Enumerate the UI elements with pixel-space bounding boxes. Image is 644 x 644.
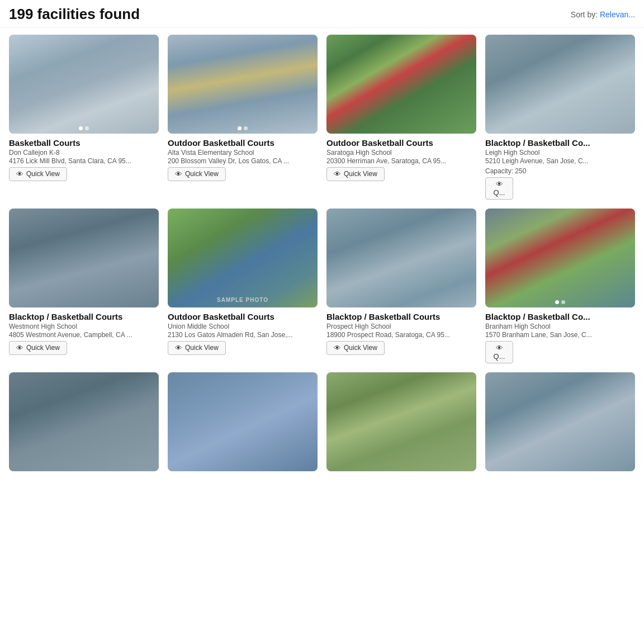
facility-address: 5210 Leigh Avenue, San Jose, C... — [485, 157, 635, 165]
facility-card: Outdoor Basketball CourtsAlta Vista Elem… — [163, 35, 322, 209]
quick-view-button[interactable]: 👁Quick View — [326, 167, 385, 181]
sort-relevance-link[interactable]: Relevan... — [600, 10, 635, 19]
eye-icon: 👁 Q... — [493, 180, 506, 197]
facility-card: SAMPLE PHOTOOutdoor Basketball CourtsUni… — [163, 209, 322, 372]
quick-view-label: Quick View — [26, 344, 60, 352]
sort-by-label: Sort by: Relevan... — [571, 10, 635, 19]
facility-card: Blacktop / Basketball Co...Branham High … — [481, 209, 640, 372]
facility-title: Outdoor Basketball Courts — [168, 138, 318, 148]
facility-title: Blacktop / Basketball Co... — [485, 312, 635, 321]
image-dots — [555, 300, 565, 304]
eye-icon: 👁 — [16, 344, 23, 352]
facility-school: Saratoga High School — [326, 149, 476, 157]
facility-address: 20300 Herriman Ave, Saratoga, CA 95... — [326, 157, 476, 165]
facility-title: Blacktop / Basketball Co... — [485, 138, 635, 148]
quick-view-button[interactable]: 👁Quick View — [168, 341, 226, 355]
facility-school: Westmont High School — [9, 323, 159, 330]
sample-photo-label: SAMPLE PHOTO — [217, 297, 268, 303]
facility-school: Prospect High School — [326, 323, 476, 330]
facility-title: Basketball Courts — [9, 138, 159, 148]
facility-card: Blacktop / Basketball Co...Leigh High Sc… — [481, 35, 640, 209]
facility-school: Leigh High School — [485, 149, 635, 157]
facility-address: 18900 Prospect Road, Saratoga, CA 95... — [326, 331, 476, 339]
facility-title: Blacktop / Basketball Courts — [326, 312, 476, 321]
facility-card — [481, 372, 640, 485]
dot-indicator — [561, 300, 565, 304]
facility-card: Blacktop / Basketball CourtsProspect Hig… — [322, 209, 481, 372]
facility-card: Blacktop / Basketball CourtsWestmont Hig… — [4, 209, 163, 372]
quick-view-label: Quick View — [26, 170, 60, 178]
facility-card — [4, 372, 163, 485]
facility-capacity: Capacity: 250 — [485, 167, 635, 175]
facility-school: Alta Vista Elementary School — [168, 149, 318, 157]
facility-card — [322, 372, 481, 485]
eye-icon: 👁 — [334, 170, 341, 178]
facility-school: Branham High School — [485, 323, 635, 330]
quick-view-button[interactable]: 👁Quick View — [326, 341, 385, 355]
dot-indicator — [555, 300, 559, 304]
quick-view-label: Quick View — [344, 170, 377, 178]
facility-address: 2130 Los Gatos Almaden Rd, San Jose,... — [168, 331, 318, 339]
eye-icon: 👁 — [334, 344, 341, 352]
facility-address: 4176 Lick Mill Blvd, Santa Clara, CA 95.… — [9, 157, 159, 165]
facility-card: Outdoor Basketball CourtsSaratoga High S… — [322, 35, 481, 209]
facility-address: 4805 Westmont Avenue, Campbell, CA ... — [9, 331, 159, 339]
quick-view-label: Quick View — [185, 344, 219, 352]
facility-school: Union Middle School — [168, 323, 318, 330]
dot-indicator — [79, 126, 83, 130]
eye-icon: 👁 — [175, 170, 182, 178]
facility-school: Don Callejon K-8 — [9, 149, 159, 157]
facility-address: 1570 Branham Lane, San Jose, C... — [485, 331, 635, 339]
quick-view-button[interactable]: 👁 Q... — [485, 341, 513, 363]
quick-view-button[interactable]: 👁Quick View — [168, 167, 226, 181]
quick-view-label: Quick View — [344, 344, 377, 352]
eye-icon: 👁 — [16, 170, 23, 178]
facility-card — [163, 372, 322, 485]
image-dots — [238, 126, 248, 130]
facility-address: 200 Blossom Valley Dr, Los Gatos, CA ... — [168, 157, 318, 165]
facility-title: Blacktop / Basketball Courts — [9, 312, 159, 321]
dot-indicator — [85, 126, 89, 130]
eye-icon: 👁 — [175, 344, 182, 352]
quick-view-button[interactable]: 👁Quick View — [9, 167, 67, 181]
image-dots — [79, 126, 89, 130]
quick-view-button[interactable]: 👁Quick View — [9, 341, 67, 355]
results-header: 199 facilities found Sort by: Relevan... — [0, 0, 644, 28]
eye-icon: 👁 Q... — [493, 344, 506, 361]
quick-view-button[interactable]: 👁 Q... — [485, 177, 513, 200]
dot-indicator — [238, 126, 242, 130]
results-count: 199 facilities found — [9, 6, 140, 23]
dot-indicator — [244, 126, 248, 130]
facilities-grid: Basketball CourtsDon Callejon K-84176 Li… — [0, 28, 644, 485]
facility-card: Basketball CourtsDon Callejon K-84176 Li… — [4, 35, 163, 209]
facility-title: Outdoor Basketball Courts — [168, 312, 318, 321]
facility-title: Outdoor Basketball Courts — [326, 138, 476, 148]
quick-view-label: Quick View — [185, 170, 219, 178]
